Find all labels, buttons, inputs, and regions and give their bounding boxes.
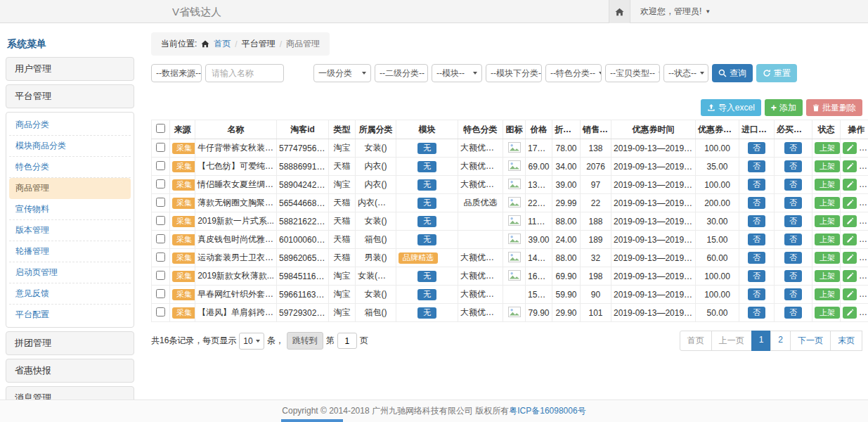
must-buy-toggle[interactable]: 否	[784, 179, 802, 191]
select-all-cell	[152, 120, 170, 139]
edit-button[interactable]	[843, 142, 857, 154]
status-toggle[interactable]: 上架	[815, 252, 840, 264]
breadcrumb-home-link[interactable]: 首页	[214, 38, 231, 50]
status-toggle[interactable]: 上架	[815, 270, 840, 282]
import-excel-button[interactable]: 导入excel	[701, 99, 761, 116]
pager-item[interactable]: 下一页	[790, 331, 831, 351]
edit-button[interactable]	[843, 307, 857, 319]
status-toggle[interactable]: 上架	[815, 215, 840, 227]
batch-delete-button[interactable]: 批量删除	[806, 99, 862, 116]
status-toggle[interactable]: 上架	[815, 160, 840, 172]
user-menu[interactable]: 欢迎您，管理员! ▼	[630, 0, 720, 23]
must-buy-toggle[interactable]: 否	[784, 197, 802, 209]
sidebar-submenu-item[interactable]: 商品分类	[9, 115, 131, 136]
status-toggle[interactable]: 上架	[815, 234, 840, 245]
add-button[interactable]: + 添加	[765, 99, 803, 116]
edit-button[interactable]	[843, 197, 857, 209]
filter-select[interactable]: --状态--	[663, 64, 708, 82]
sidebar-submenu-item[interactable]: 启动页管理	[9, 262, 131, 283]
edit-button[interactable]	[843, 160, 857, 172]
row-checkbox[interactable]	[156, 143, 165, 152]
must-buy-toggle[interactable]: 否	[784, 252, 802, 264]
import-optimal-toggle[interactable]: 否	[748, 234, 765, 245]
status-toggle[interactable]: 上架	[815, 197, 840, 209]
sidebar-submenu-item[interactable]: 轮播管理	[9, 241, 131, 262]
filter-select[interactable]: --二级分类--	[375, 64, 428, 82]
filter-select[interactable]: --模块--	[432, 64, 482, 82]
edit-button[interactable]	[843, 234, 857, 245]
import-optimal-toggle[interactable]: 否	[748, 160, 765, 172]
header-home-button[interactable]	[609, 0, 630, 23]
select-all-checkbox[interactable]	[156, 124, 165, 133]
row-checkbox[interactable]	[156, 252, 165, 262]
row-checkbox[interactable]	[156, 307, 165, 316]
status-toggle[interactable]: 上架	[815, 179, 840, 191]
sidebar-submenu-item[interactable]: 版本管理	[9, 220, 131, 241]
must-buy-toggle[interactable]: 否	[784, 142, 802, 154]
column-header: 必买清单	[775, 120, 812, 139]
row-checkbox[interactable]	[156, 271, 165, 280]
import-optimal-toggle[interactable]: 否	[748, 307, 765, 319]
import-optimal-toggle[interactable]: 否	[748, 197, 765, 209]
sidebar-section[interactable]: 省惠快报	[6, 359, 134, 383]
sidebar-submenu-item[interactable]: 平台配置	[9, 305, 131, 325]
per-page-select[interactable]: 10	[239, 333, 264, 350]
import-optimal-toggle[interactable]: 否	[748, 270, 765, 282]
pager-item[interactable]: 首页	[680, 331, 712, 351]
pager-item[interactable]: 上一页	[711, 331, 752, 351]
import-optimal-toggle[interactable]: 否	[748, 179, 765, 191]
sidebar-submenu-item[interactable]: 商品管理	[9, 178, 131, 199]
import-optimal-toggle[interactable]: 否	[748, 288, 765, 300]
sidebar-section[interactable]: 拼团管理	[6, 331, 134, 355]
feature-cell: 大额优惠券	[458, 176, 503, 194]
sidebar-submenu-item[interactable]: 意见反馈	[9, 283, 131, 305]
edit-button[interactable]	[843, 270, 857, 282]
status-toggle[interactable]: 上架	[815, 142, 840, 154]
operations-cell	[841, 194, 868, 212]
filter-select[interactable]: --特色分类--	[545, 64, 602, 82]
filter-select[interactable]: 一级分类	[313, 64, 371, 82]
pager-item[interactable]: 2	[770, 331, 791, 351]
edit-button[interactable]	[843, 179, 857, 191]
edit-button[interactable]	[843, 215, 857, 227]
pager-item[interactable]: 末页	[830, 331, 862, 351]
must-buy-toggle[interactable]: 否	[784, 288, 802, 300]
row-checkbox[interactable]	[156, 198, 165, 207]
must-buy-toggle[interactable]: 否	[784, 234, 802, 245]
page-jump-input[interactable]	[337, 333, 357, 349]
sidebar-section-platform[interactable]: 平台管理	[6, 84, 134, 108]
must-buy-toggle[interactable]: 否	[784, 307, 802, 319]
sidebar-submenu-item[interactable]: 特色分类	[9, 157, 131, 178]
row-checkbox[interactable]	[156, 234, 165, 243]
feature-cell: 大额优惠券	[458, 304, 503, 322]
must-buy-toggle[interactable]: 否	[784, 160, 802, 172]
row-checkbox[interactable]	[156, 289, 165, 298]
filter-select[interactable]: --宝贝类型--	[605, 64, 660, 82]
sidebar-section-user[interactable]: 用户管理	[6, 57, 134, 81]
filter-select-data-source[interactable]: --数据来源--	[151, 64, 202, 82]
name-search-input[interactable]	[205, 64, 284, 82]
row-checkbox[interactable]	[156, 179, 165, 188]
row-checkbox[interactable]	[156, 161, 165, 170]
edit-button[interactable]	[843, 288, 857, 300]
type-cell: 天猫	[329, 231, 356, 249]
sidebar-submenu-item[interactable]: 模块商品分类	[9, 136, 131, 157]
search-button[interactable]: 查询	[712, 64, 753, 82]
source-cell: 采集	[170, 231, 195, 249]
edit-button[interactable]	[843, 252, 857, 264]
status-toggle[interactable]: 上架	[815, 288, 840, 300]
jump-button[interactable]: 跳转到	[287, 332, 323, 350]
import-optimal-cell: 否	[739, 212, 775, 231]
must-buy-toggle[interactable]: 否	[784, 215, 802, 227]
sidebar-submenu-item[interactable]: 宣传物料	[9, 199, 131, 220]
must-buy-toggle[interactable]: 否	[784, 270, 802, 282]
filter-select[interactable]: --模块下分类--	[486, 64, 542, 82]
status-toggle[interactable]: 上架	[815, 307, 840, 319]
reset-button[interactable]: 重置	[756, 64, 797, 82]
import-optimal-toggle[interactable]: 否	[748, 252, 765, 264]
pager-item[interactable]: 1	[751, 331, 772, 351]
icp-link[interactable]: 粤ICP备16098006号	[509, 405, 585, 417]
row-checkbox[interactable]	[156, 216, 165, 225]
import-optimal-toggle[interactable]: 否	[748, 215, 765, 227]
import-optimal-toggle[interactable]: 否	[748, 142, 765, 154]
